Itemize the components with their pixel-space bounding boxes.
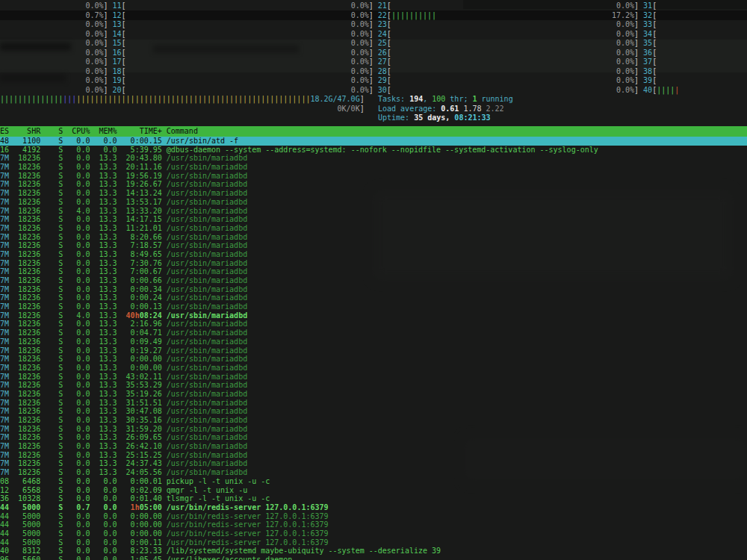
load-5min: 1.78 bbox=[459, 105, 481, 113]
process-row[interactable]: 7M 18236 S 0.0 13.3 0:00.24 /usr/sbin/ma… bbox=[0, 293, 747, 302]
process-row[interactable]: 7M 18236 S 0.0 13.3 14:17.15 /usr/sbin/m… bbox=[0, 215, 747, 224]
cpu-meter-35: 35[ bbox=[643, 39, 747, 47]
process-table-header[interactable]: ES SHR S CPU% MEM% TIME+ Command bbox=[0, 126, 747, 137]
process-row[interactable]: 7M 18236 S 0.0 13.3 7:00.67 /usr/sbin/ma… bbox=[0, 267, 747, 276]
process-row[interactable]: 7M 18236 S 0.0 13.3 7:30.76 /usr/sbin/ma… bbox=[0, 259, 747, 268]
cpu-meter-13: 13[ 0.0%] bbox=[113, 20, 374, 28]
load-average-line: Load average: 0.61 1.78 2.22 bbox=[378, 105, 513, 114]
process-row[interactable]: 7M 18236 S 0.0 13.3 20:11.16 /usr/sbin/m… bbox=[0, 163, 747, 172]
cpu-meter-row: 0.0%] 11[ 0.0%] 21[ 0.0%] 31[ bbox=[0, 1, 747, 11]
thread-count: 100 bbox=[432, 95, 445, 103]
cpu-meter-31: 31[ bbox=[643, 1, 747, 10]
summary-block: Tasks: 194, 100 thr; 1 running Load aver… bbox=[378, 95, 513, 123]
cpu-meter-27: 27[ 0.0%] bbox=[378, 57, 639, 66]
cpu-meter-11: 11[ 0.0%] bbox=[113, 1, 374, 10]
process-row[interactable]: 7M 18236 S 4.0 13.3 13:33.20 /usr/sbin/m… bbox=[0, 207, 747, 216]
process-row[interactable]: 16 4192 S 0.0 0.0 5:39.95 @dbus-daemon -… bbox=[0, 146, 747, 155]
cpu-meter-19: 19[ 0.0%] bbox=[113, 76, 374, 84]
load-1min: 0.61 bbox=[441, 105, 459, 113]
process-row[interactable]: 7M 18236 S 0.0 13.3 8:49.65 /usr/sbin/ma… bbox=[0, 250, 747, 259]
process-row[interactable]: 7M 18236 S 0.0 13.3 0:00.66 /usr/sbin/ma… bbox=[0, 276, 747, 285]
process-row[interactable]: 7M 18236 S 0.0 13.3 2:16.96 /usr/sbin/ma… bbox=[0, 320, 747, 329]
process-row[interactable]: 7M 18236 S 0.0 13.3 43:02.11 /usr/sbin/m… bbox=[0, 373, 747, 382]
process-row[interactable]: 7M 18236 S 0.0 13.3 8:20.66 /usr/sbin/ma… bbox=[0, 233, 747, 242]
process-row[interactable]: 44 5000 S 0.0 0.0 0:00.11 /usr/bin/redis… bbox=[0, 538, 747, 547]
process-row[interactable]: 44 5000 S 0.0 0.0 0:00.00 /usr/bin/redis… bbox=[0, 520, 747, 529]
process-row[interactable]: 7M 18236 S 0.0 13.3 35:53.29 /usr/sbin/m… bbox=[0, 381, 747, 390]
cpu-meter-row: 0.0%] 16[ 0.0%] 26[ 0.0%] 36[ bbox=[0, 49, 747, 58]
process-row[interactable]: 7M 18236 S 0.0 13.3 26:09.65 /usr/sbin/m… bbox=[0, 433, 747, 442]
cpu-meter-22: 22[|||||||||| 17.2%] bbox=[378, 11, 639, 19]
process-row[interactable]: 7M 18236 S 0.0 13.3 19:56.19 /usr/sbin/m… bbox=[0, 172, 747, 181]
load-label: Load average: bbox=[378, 105, 441, 113]
tasks-line: Tasks: 194, 100 thr; 1 running bbox=[378, 95, 513, 105]
process-row[interactable]: 7M 18236 S 0.0 13.3 7:18.57 /usr/sbin/ma… bbox=[0, 241, 747, 250]
process-row[interactable]: 7M 18236 S 0.0 13.3 0:04.71 /usr/sbin/ma… bbox=[0, 329, 747, 337]
cpu-meter-row: 0.7%] 12[ 0.0%] 22[|||||||||| 17.2%] 32[ bbox=[0, 11, 747, 21]
process-row[interactable]: 7M 18236 S 0.0 13.3 30:47.08 /usr/sbin/m… bbox=[0, 407, 747, 416]
process-row[interactable]: 7M 18236 S 0.0 13.3 0:00.13 /usr/sbin/ma… bbox=[0, 302, 747, 311]
cpu-meter-33: 33[ bbox=[643, 20, 747, 28]
cpu-meter-30: 30[ 0.0%] bbox=[378, 86, 639, 94]
process-row[interactable]: 40 8312 S 0.0 0.0 8:23.33 /lib/systemd/s… bbox=[0, 547, 747, 556]
uptime-label: Uptime: bbox=[378, 113, 414, 122]
process-row[interactable]: 7M 18236 S 0.0 13.3 35:19.26 /usr/sbin/m… bbox=[0, 390, 747, 399]
memory-meter: ||||||||||||||||||||||||||||||||||||||||… bbox=[0, 95, 747, 105]
process-list: 48 1100 S 0.0 0.0 0:00.15 /usr/sbin/atd … bbox=[0, 137, 747, 560]
cpu-meter-29: 29[ 0.0%] bbox=[378, 76, 639, 84]
process-row[interactable]: 7M 18236 S 0.0 13.3 19:26.67 /usr/sbin/m… bbox=[0, 180, 747, 189]
process-row[interactable]: 12 6568 S 0.0 0.0 0:02.09 qmgr -l -t uni… bbox=[0, 486, 747, 495]
process-row[interactable]: 7M 18236 S 0.0 13.3 0:00.00 /usr/sbin/ma… bbox=[0, 364, 747, 373]
cpu-meter-28: 28[ 0.0%] bbox=[378, 67, 639, 75]
cpu-meter-16: 16[ 0.0%] bbox=[113, 49, 374, 57]
process-row[interactable]: 7M 18236 S 0.0 13.3 20:43.80 /usr/sbin/m… bbox=[0, 154, 747, 163]
process-row[interactable]: 7M 18236 S 0.0 13.3 0:19.27 /usr/sbin/ma… bbox=[0, 346, 747, 355]
cpu-meter-14: 14[ 0.0%] bbox=[113, 30, 374, 38]
process-row[interactable]: 7M 18236 S 0.0 13.3 13:53.17 /usr/sbin/m… bbox=[0, 198, 747, 207]
cpu-meter-row: 0.0%] 17[ 0.0%] 27[ 0.0%] 37[ bbox=[0, 57, 747, 67]
process-row[interactable]: 7M 18236 S 0.0 13.3 30:35.16 /usr/sbin/m… bbox=[0, 416, 747, 425]
process-row[interactable]: 44 5000 S 0.7 0.0 1h05:00 /usr/bin/redis… bbox=[0, 503, 747, 512]
cpu-meter-row: 0.0%] 13[ 0.0%] 23[ 0.0%] 33[ bbox=[0, 20, 747, 30]
process-row[interactable]: 48 1100 S 0.0 0.0 0:00.15 /usr/sbin/atd … bbox=[0, 137, 747, 146]
process-row[interactable]: 7M 18236 S 0.0 13.3 24:05.56 /usr/sbin/m… bbox=[0, 468, 747, 477]
process-row[interactable]: 44 5000 S 0.0 0.0 0:00.00 /usr/bin/redis… bbox=[0, 529, 747, 538]
process-row[interactable]: 7M 18236 S 0.0 13.3 0:09.49 /usr/sbin/ma… bbox=[0, 337, 747, 346]
process-row[interactable]: 36 10328 S 0.0 0.0 0:01.40 tlsmgr -l -t … bbox=[0, 494, 747, 503]
cpu-meter-21: 21[ 0.0%] bbox=[378, 1, 639, 10]
uptime-days: 35 days, bbox=[414, 113, 454, 122]
cpu-meter-40: 40[||||| bbox=[643, 86, 747, 94]
cpu-meter-36: 36[ bbox=[643, 49, 747, 57]
process-row[interactable]: 7M 18236 S 4.0 13.3 40h08:24 /usr/sbin/m… bbox=[0, 311, 747, 320]
cpu-meter-20: 20[ 0.0%] bbox=[113, 86, 374, 94]
cpu-meter-24: 24[ 0.0%] bbox=[378, 30, 639, 38]
process-row[interactable]: 08 6468 S 0.0 0.0 0:00.01 pickup -l -t u… bbox=[0, 477, 747, 486]
cpu-meter-37: 37[ bbox=[643, 57, 747, 66]
process-row[interactable]: 7M 18236 S 0.0 13.3 11:21.01 /usr/sbin/m… bbox=[0, 224, 747, 233]
process-row[interactable]: 96 5660 S 0.0 0.0 1:05.45 /usr/libexec/a… bbox=[0, 556, 747, 560]
process-row[interactable]: 7M 18236 S 0.0 13.3 31:59.20 /usr/sbin/m… bbox=[0, 425, 747, 434]
cpu-meter-row: 0.0%] 15[ 0.0%] 25[ 0.0%] 35[ bbox=[0, 39, 747, 49]
cpu-meter-25: 25[ 0.0%] bbox=[378, 39, 639, 47]
cpu-meter-row: 0.0%] 14[ 0.0%] 24[ 0.0%] 34[ bbox=[0, 30, 747, 40]
process-row[interactable]: 7M 18236 S 0.0 13.3 0:00.34 /usr/sbin/ma… bbox=[0, 285, 747, 294]
process-row[interactable]: 7M 18236 S 0.0 13.3 25:15.25 /usr/sbin/m… bbox=[0, 451, 747, 460]
cpu-meter-row: 0.0%] 18[ 0.0%] 28[ 0.0%] 38[ bbox=[0, 67, 747, 77]
process-table-header-text: ES SHR S CPU% MEM% TIME+ Command bbox=[0, 126, 747, 136]
process-row[interactable]: 7M 18236 S 0.0 13.3 14:13.24 /usr/sbin/m… bbox=[0, 189, 747, 198]
cpu-meter-23: 23[ 0.0%] bbox=[378, 20, 639, 28]
tasks-count: 194 bbox=[409, 95, 423, 103]
load-15min: 2.22 bbox=[482, 105, 504, 113]
process-row[interactable]: 7M 18236 S 0.0 13.3 0:00.00 /usr/sbin/ma… bbox=[0, 355, 747, 364]
process-row[interactable]: 7M 18236 S 0.0 13.3 26:42.10 /usr/sbin/m… bbox=[0, 442, 747, 451]
uptime-line: Uptime: 35 days, 08:21:33 bbox=[378, 113, 513, 123]
cpu-meter-row: 0.0%] 20[ 0.0%] 30[ 0.0%] 40[||||| bbox=[0, 86, 747, 96]
process-row[interactable]: 7M 18236 S 0.0 13.3 24:37.43 /usr/sbin/m… bbox=[0, 459, 747, 468]
cpu-meter-17: 17[ 0.0%] bbox=[113, 57, 374, 66]
process-row[interactable]: 7M 18236 S 0.0 13.3 31:51.51 /usr/sbin/m… bbox=[0, 399, 747, 408]
cpu-meter-area: 0.0%] 11[ 0.0%] 21[ 0.0%] 31[ 0.7%] 12[ bbox=[0, 1, 747, 114]
cpu-meter-38: 38[ bbox=[643, 67, 747, 75]
cpu-meter-26: 26[ 0.0%] bbox=[378, 49, 639, 57]
tasks-label: Tasks: bbox=[378, 95, 409, 103]
process-row[interactable]: 44 5000 S 0.0 0.0 0:00.00 /usr/bin/redis… bbox=[0, 512, 747, 521]
